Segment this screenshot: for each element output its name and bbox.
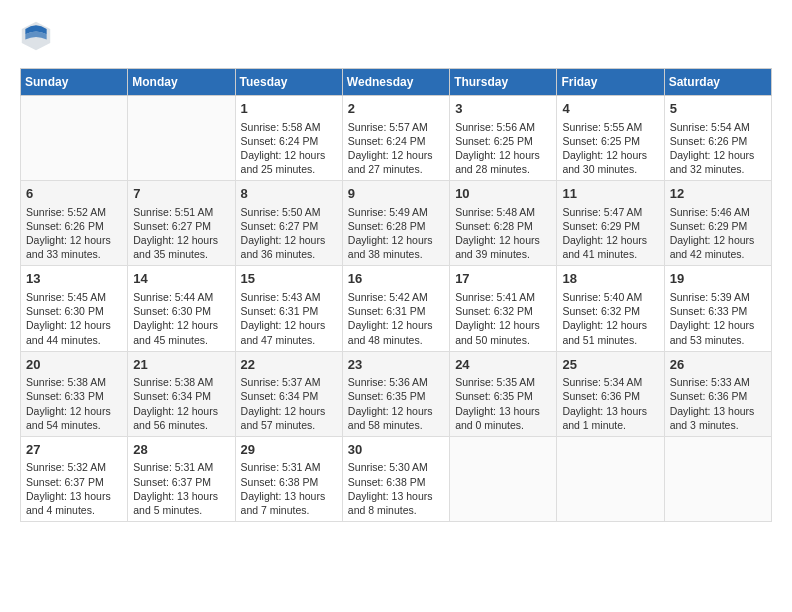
page-header (20, 20, 772, 52)
calendar-week-row: 6Sunrise: 5:52 AM Sunset: 6:26 PM Daylig… (21, 181, 772, 266)
day-number: 13 (26, 270, 122, 288)
day-info: Sunrise: 5:31 AM Sunset: 6:37 PM Dayligh… (133, 460, 229, 517)
day-number: 30 (348, 441, 444, 459)
calendar-week-row: 27Sunrise: 5:32 AM Sunset: 6:37 PM Dayli… (21, 436, 772, 521)
calendar-cell (21, 96, 128, 181)
calendar-cell: 20Sunrise: 5:38 AM Sunset: 6:33 PM Dayli… (21, 351, 128, 436)
day-number: 27 (26, 441, 122, 459)
calendar-cell: 9Sunrise: 5:49 AM Sunset: 6:28 PM Daylig… (342, 181, 449, 266)
calendar-cell: 13Sunrise: 5:45 AM Sunset: 6:30 PM Dayli… (21, 266, 128, 351)
calendar-cell: 12Sunrise: 5:46 AM Sunset: 6:29 PM Dayli… (664, 181, 771, 266)
day-number: 20 (26, 356, 122, 374)
day-info: Sunrise: 5:51 AM Sunset: 6:27 PM Dayligh… (133, 205, 229, 262)
calendar-cell: 25Sunrise: 5:34 AM Sunset: 6:36 PM Dayli… (557, 351, 664, 436)
day-info: Sunrise: 5:33 AM Sunset: 6:36 PM Dayligh… (670, 375, 766, 432)
calendar-cell (450, 436, 557, 521)
calendar-cell: 8Sunrise: 5:50 AM Sunset: 6:27 PM Daylig… (235, 181, 342, 266)
day-number: 7 (133, 185, 229, 203)
weekday-header-friday: Friday (557, 69, 664, 96)
day-info: Sunrise: 5:36 AM Sunset: 6:35 PM Dayligh… (348, 375, 444, 432)
day-number: 24 (455, 356, 551, 374)
calendar-cell: 28Sunrise: 5:31 AM Sunset: 6:37 PM Dayli… (128, 436, 235, 521)
calendar-table: SundayMondayTuesdayWednesdayThursdayFrid… (20, 68, 772, 522)
day-info: Sunrise: 5:54 AM Sunset: 6:26 PM Dayligh… (670, 120, 766, 177)
weekday-header-saturday: Saturday (664, 69, 771, 96)
calendar-cell: 16Sunrise: 5:42 AM Sunset: 6:31 PM Dayli… (342, 266, 449, 351)
weekday-header-tuesday: Tuesday (235, 69, 342, 96)
day-info: Sunrise: 5:56 AM Sunset: 6:25 PM Dayligh… (455, 120, 551, 177)
calendar-week-row: 20Sunrise: 5:38 AM Sunset: 6:33 PM Dayli… (21, 351, 772, 436)
calendar-cell: 5Sunrise: 5:54 AM Sunset: 6:26 PM Daylig… (664, 96, 771, 181)
day-info: Sunrise: 5:58 AM Sunset: 6:24 PM Dayligh… (241, 120, 337, 177)
day-number: 4 (562, 100, 658, 118)
calendar-cell: 3Sunrise: 5:56 AM Sunset: 6:25 PM Daylig… (450, 96, 557, 181)
day-number: 23 (348, 356, 444, 374)
day-number: 2 (348, 100, 444, 118)
day-number: 8 (241, 185, 337, 203)
calendar-cell: 1Sunrise: 5:58 AM Sunset: 6:24 PM Daylig… (235, 96, 342, 181)
calendar-cell: 15Sunrise: 5:43 AM Sunset: 6:31 PM Dayli… (235, 266, 342, 351)
day-info: Sunrise: 5:52 AM Sunset: 6:26 PM Dayligh… (26, 205, 122, 262)
day-number: 3 (455, 100, 551, 118)
day-number: 22 (241, 356, 337, 374)
day-info: Sunrise: 5:43 AM Sunset: 6:31 PM Dayligh… (241, 290, 337, 347)
calendar-cell: 30Sunrise: 5:30 AM Sunset: 6:38 PM Dayli… (342, 436, 449, 521)
day-number: 17 (455, 270, 551, 288)
calendar-cell: 6Sunrise: 5:52 AM Sunset: 6:26 PM Daylig… (21, 181, 128, 266)
calendar-cell: 26Sunrise: 5:33 AM Sunset: 6:36 PM Dayli… (664, 351, 771, 436)
day-number: 28 (133, 441, 229, 459)
day-info: Sunrise: 5:46 AM Sunset: 6:29 PM Dayligh… (670, 205, 766, 262)
day-info: Sunrise: 5:45 AM Sunset: 6:30 PM Dayligh… (26, 290, 122, 347)
calendar-cell: 11Sunrise: 5:47 AM Sunset: 6:29 PM Dayli… (557, 181, 664, 266)
day-info: Sunrise: 5:30 AM Sunset: 6:38 PM Dayligh… (348, 460, 444, 517)
calendar-cell: 10Sunrise: 5:48 AM Sunset: 6:28 PM Dayli… (450, 181, 557, 266)
weekday-header-wednesday: Wednesday (342, 69, 449, 96)
day-info: Sunrise: 5:40 AM Sunset: 6:32 PM Dayligh… (562, 290, 658, 347)
calendar-cell (128, 96, 235, 181)
logo (20, 20, 56, 52)
calendar-cell: 2Sunrise: 5:57 AM Sunset: 6:24 PM Daylig… (342, 96, 449, 181)
day-number: 5 (670, 100, 766, 118)
calendar-cell (557, 436, 664, 521)
day-number: 29 (241, 441, 337, 459)
day-number: 26 (670, 356, 766, 374)
day-info: Sunrise: 5:55 AM Sunset: 6:25 PM Dayligh… (562, 120, 658, 177)
day-info: Sunrise: 5:35 AM Sunset: 6:35 PM Dayligh… (455, 375, 551, 432)
calendar-cell (664, 436, 771, 521)
day-info: Sunrise: 5:34 AM Sunset: 6:36 PM Dayligh… (562, 375, 658, 432)
calendar-cell: 23Sunrise: 5:36 AM Sunset: 6:35 PM Dayli… (342, 351, 449, 436)
calendar-cell: 14Sunrise: 5:44 AM Sunset: 6:30 PM Dayli… (128, 266, 235, 351)
day-number: 12 (670, 185, 766, 203)
day-info: Sunrise: 5:57 AM Sunset: 6:24 PM Dayligh… (348, 120, 444, 177)
calendar-week-row: 13Sunrise: 5:45 AM Sunset: 6:30 PM Dayli… (21, 266, 772, 351)
calendar-cell: 7Sunrise: 5:51 AM Sunset: 6:27 PM Daylig… (128, 181, 235, 266)
day-info: Sunrise: 5:39 AM Sunset: 6:33 PM Dayligh… (670, 290, 766, 347)
day-info: Sunrise: 5:42 AM Sunset: 6:31 PM Dayligh… (348, 290, 444, 347)
day-info: Sunrise: 5:48 AM Sunset: 6:28 PM Dayligh… (455, 205, 551, 262)
day-number: 6 (26, 185, 122, 203)
logo-icon (20, 20, 52, 52)
day-number: 1 (241, 100, 337, 118)
calendar-cell: 29Sunrise: 5:31 AM Sunset: 6:38 PM Dayli… (235, 436, 342, 521)
calendar-cell: 17Sunrise: 5:41 AM Sunset: 6:32 PM Dayli… (450, 266, 557, 351)
day-number: 21 (133, 356, 229, 374)
day-info: Sunrise: 5:37 AM Sunset: 6:34 PM Dayligh… (241, 375, 337, 432)
day-info: Sunrise: 5:50 AM Sunset: 6:27 PM Dayligh… (241, 205, 337, 262)
day-info: Sunrise: 5:47 AM Sunset: 6:29 PM Dayligh… (562, 205, 658, 262)
calendar-cell: 27Sunrise: 5:32 AM Sunset: 6:37 PM Dayli… (21, 436, 128, 521)
day-number: 11 (562, 185, 658, 203)
calendar-cell: 18Sunrise: 5:40 AM Sunset: 6:32 PM Dayli… (557, 266, 664, 351)
calendar-cell: 19Sunrise: 5:39 AM Sunset: 6:33 PM Dayli… (664, 266, 771, 351)
weekday-header-sunday: Sunday (21, 69, 128, 96)
calendar-cell: 4Sunrise: 5:55 AM Sunset: 6:25 PM Daylig… (557, 96, 664, 181)
day-number: 25 (562, 356, 658, 374)
day-number: 18 (562, 270, 658, 288)
weekday-header-row: SundayMondayTuesdayWednesdayThursdayFrid… (21, 69, 772, 96)
day-info: Sunrise: 5:49 AM Sunset: 6:28 PM Dayligh… (348, 205, 444, 262)
calendar-cell: 22Sunrise: 5:37 AM Sunset: 6:34 PM Dayli… (235, 351, 342, 436)
day-number: 19 (670, 270, 766, 288)
day-number: 9 (348, 185, 444, 203)
day-number: 14 (133, 270, 229, 288)
day-info: Sunrise: 5:38 AM Sunset: 6:34 PM Dayligh… (133, 375, 229, 432)
calendar-week-row: 1Sunrise: 5:58 AM Sunset: 6:24 PM Daylig… (21, 96, 772, 181)
